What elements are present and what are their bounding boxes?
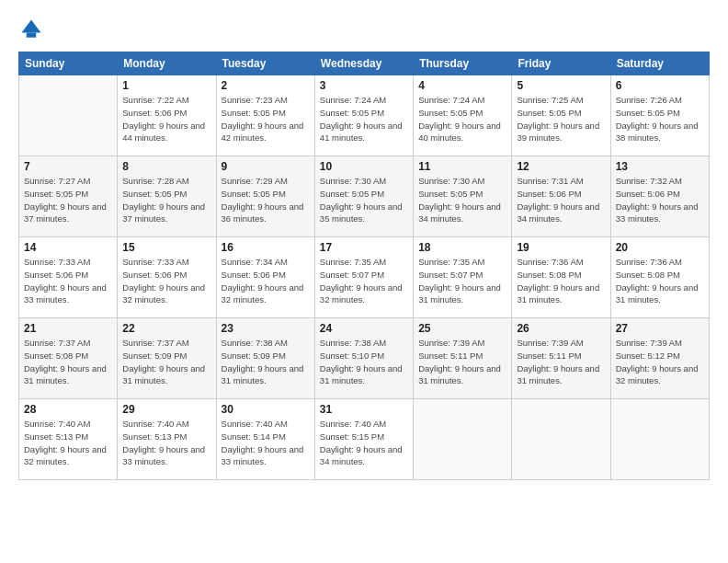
calendar-cell: 8Sunrise: 7:28 AMSunset: 5:05 PMDaylight… [118, 156, 216, 237]
calendar-cell: 11Sunrise: 7:30 AMSunset: 5:05 PMDayligh… [414, 156, 512, 237]
calendar-cell: 16Sunrise: 7:34 AMSunset: 5:06 PMDayligh… [216, 237, 314, 318]
day-number: 3 [320, 79, 408, 92]
calendar-cell: 30Sunrise: 7:40 AMSunset: 5:14 PMDayligh… [216, 399, 314, 480]
day-info: Sunrise: 7:27 AMSunset: 5:05 PMDaylight:… [24, 175, 112, 225]
weekday-header: Thursday [414, 52, 512, 75]
day-info: Sunrise: 7:30 AMSunset: 5:05 PMDaylight:… [320, 175, 408, 225]
day-number: 19 [517, 241, 605, 254]
day-info: Sunrise: 7:37 AMSunset: 5:09 PMDaylight:… [122, 337, 210, 387]
weekday-header: Sunday [19, 52, 118, 75]
calendar-week-row: 1Sunrise: 7:22 AMSunset: 5:06 PMDaylight… [19, 75, 710, 156]
day-info: Sunrise: 7:24 AMSunset: 5:05 PMDaylight:… [418, 94, 506, 144]
day-info: Sunrise: 7:33 AMSunset: 5:06 PMDaylight:… [24, 256, 112, 306]
calendar-cell: 7Sunrise: 7:27 AMSunset: 5:05 PMDaylight… [19, 156, 118, 237]
header [18, 17, 710, 42]
calendar-week-row: 21Sunrise: 7:37 AMSunset: 5:08 PMDayligh… [19, 318, 710, 399]
day-number: 28 [24, 403, 112, 416]
day-info: Sunrise: 7:35 AMSunset: 5:07 PMDaylight:… [320, 256, 408, 306]
calendar-cell: 28Sunrise: 7:40 AMSunset: 5:13 PMDayligh… [19, 399, 118, 480]
svg-rect-1 [27, 33, 37, 38]
day-number: 22 [122, 322, 210, 335]
day-info: Sunrise: 7:40 AMSunset: 5:13 PMDaylight:… [24, 418, 112, 468]
calendar-cell: 24Sunrise: 7:38 AMSunset: 5:10 PMDayligh… [314, 318, 413, 399]
day-info: Sunrise: 7:39 AMSunset: 5:12 PMDaylight:… [616, 337, 704, 387]
day-info: Sunrise: 7:39 AMSunset: 5:11 PMDaylight:… [517, 337, 605, 387]
calendar-cell: 12Sunrise: 7:31 AMSunset: 5:06 PMDayligh… [512, 156, 610, 237]
day-number: 24 [320, 322, 408, 335]
day-number: 12 [517, 160, 605, 173]
calendar-cell: 29Sunrise: 7:40 AMSunset: 5:13 PMDayligh… [118, 399, 216, 480]
day-info: Sunrise: 7:33 AMSunset: 5:06 PMDaylight:… [122, 256, 210, 306]
calendar-cell: 23Sunrise: 7:38 AMSunset: 5:09 PMDayligh… [216, 318, 314, 399]
calendar-cell: 4Sunrise: 7:24 AMSunset: 5:05 PMDaylight… [414, 75, 512, 156]
weekday-row: SundayMondayTuesdayWednesdayThursdayFrid… [19, 52, 710, 75]
day-info: Sunrise: 7:32 AMSunset: 5:06 PMDaylight:… [616, 175, 704, 225]
day-number: 8 [122, 160, 210, 173]
day-number: 5 [517, 79, 605, 92]
calendar-week-row: 14Sunrise: 7:33 AMSunset: 5:06 PMDayligh… [19, 237, 710, 318]
weekday-header: Tuesday [216, 52, 314, 75]
calendar-header: SundayMondayTuesdayWednesdayThursdayFrid… [19, 52, 710, 75]
day-info: Sunrise: 7:38 AMSunset: 5:10 PMDaylight:… [320, 337, 408, 387]
calendar-cell: 19Sunrise: 7:36 AMSunset: 5:08 PMDayligh… [512, 237, 610, 318]
calendar-cell: 13Sunrise: 7:32 AMSunset: 5:06 PMDayligh… [610, 156, 709, 237]
calendar-cell: 27Sunrise: 7:39 AMSunset: 5:12 PMDayligh… [610, 318, 709, 399]
day-number: 30 [222, 403, 310, 416]
calendar-cell: 18Sunrise: 7:35 AMSunset: 5:07 PMDayligh… [414, 237, 512, 318]
day-number: 13 [616, 160, 704, 173]
day-number: 14 [24, 241, 112, 254]
calendar-table: SundayMondayTuesdayWednesdayThursdayFrid… [18, 52, 710, 480]
day-info: Sunrise: 7:36 AMSunset: 5:08 PMDaylight:… [616, 256, 704, 306]
day-info: Sunrise: 7:38 AMSunset: 5:09 PMDaylight:… [222, 337, 310, 387]
day-number: 16 [222, 241, 310, 254]
calendar-cell: 10Sunrise: 7:30 AMSunset: 5:05 PMDayligh… [314, 156, 413, 237]
day-info: Sunrise: 7:22 AMSunset: 5:06 PMDaylight:… [122, 94, 210, 144]
calendar-cell: 20Sunrise: 7:36 AMSunset: 5:08 PMDayligh… [610, 237, 709, 318]
calendar-cell: 17Sunrise: 7:35 AMSunset: 5:07 PMDayligh… [314, 237, 413, 318]
calendar-cell: 26Sunrise: 7:39 AMSunset: 5:11 PMDayligh… [512, 318, 610, 399]
day-info: Sunrise: 7:40 AMSunset: 5:15 PMDaylight:… [320, 418, 408, 468]
weekday-header: Saturday [610, 52, 709, 75]
day-number: 20 [616, 241, 704, 254]
day-number: 11 [418, 160, 506, 173]
calendar-cell: 31Sunrise: 7:40 AMSunset: 5:15 PMDayligh… [314, 399, 413, 480]
day-info: Sunrise: 7:25 AMSunset: 5:05 PMDaylight:… [517, 94, 605, 144]
calendar-week-row: 7Sunrise: 7:27 AMSunset: 5:05 PMDaylight… [19, 156, 710, 237]
day-number: 23 [222, 322, 310, 335]
day-number: 26 [517, 322, 605, 335]
calendar-cell: 3Sunrise: 7:24 AMSunset: 5:05 PMDaylight… [314, 75, 413, 156]
day-info: Sunrise: 7:40 AMSunset: 5:13 PMDaylight:… [122, 418, 210, 468]
day-info: Sunrise: 7:31 AMSunset: 5:06 PMDaylight:… [517, 175, 605, 225]
weekday-header: Friday [512, 52, 610, 75]
day-info: Sunrise: 7:34 AMSunset: 5:06 PMDaylight:… [222, 256, 310, 306]
calendar-cell [610, 399, 709, 480]
calendar-cell: 15Sunrise: 7:33 AMSunset: 5:06 PMDayligh… [118, 237, 216, 318]
day-number: 7 [24, 160, 112, 173]
calendar-cell: 9Sunrise: 7:29 AMSunset: 5:05 PMDaylight… [216, 156, 314, 237]
day-info: Sunrise: 7:26 AMSunset: 5:05 PMDaylight:… [616, 94, 704, 144]
day-number: 6 [616, 79, 704, 92]
calendar-cell: 22Sunrise: 7:37 AMSunset: 5:09 PMDayligh… [118, 318, 216, 399]
calendar-body: 1Sunrise: 7:22 AMSunset: 5:06 PMDaylight… [19, 75, 710, 480]
day-number: 1 [122, 79, 210, 92]
day-number: 27 [616, 322, 704, 335]
day-info: Sunrise: 7:29 AMSunset: 5:05 PMDaylight:… [222, 175, 310, 225]
day-number: 10 [320, 160, 408, 173]
calendar-cell: 1Sunrise: 7:22 AMSunset: 5:06 PMDaylight… [118, 75, 216, 156]
day-number: 2 [222, 79, 310, 92]
calendar-cell: 2Sunrise: 7:23 AMSunset: 5:05 PMDaylight… [216, 75, 314, 156]
weekday-header: Wednesday [314, 52, 413, 75]
calendar-cell: 5Sunrise: 7:25 AMSunset: 5:05 PMDaylight… [512, 75, 610, 156]
day-info: Sunrise: 7:40 AMSunset: 5:14 PMDaylight:… [222, 418, 310, 468]
calendar-page: SundayMondayTuesdayWednesdayThursdayFrid… [0, 0, 728, 563]
logo [18, 17, 48, 42]
svg-marker-0 [22, 20, 41, 33]
calendar-cell [414, 399, 512, 480]
calendar-cell: 14Sunrise: 7:33 AMSunset: 5:06 PMDayligh… [19, 237, 118, 318]
day-info: Sunrise: 7:23 AMSunset: 5:05 PMDaylight:… [222, 94, 310, 144]
day-info: Sunrise: 7:36 AMSunset: 5:08 PMDaylight:… [517, 256, 605, 306]
day-number: 29 [122, 403, 210, 416]
day-info: Sunrise: 7:30 AMSunset: 5:05 PMDaylight:… [418, 175, 506, 225]
day-number: 18 [418, 241, 506, 254]
day-info: Sunrise: 7:37 AMSunset: 5:08 PMDaylight:… [24, 337, 112, 387]
